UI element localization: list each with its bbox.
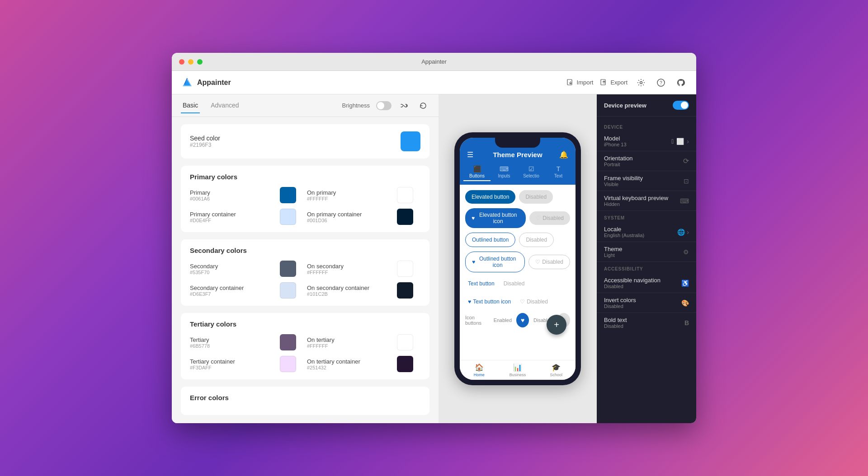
primary-container-swatch[interactable] bbox=[280, 209, 296, 225]
on-tertiary-hex: #FFFFFF bbox=[307, 343, 397, 349]
import-button[interactable]: Import bbox=[567, 79, 594, 86]
invert-colors-row[interactable]: Invert colors Disabled 🎨 bbox=[597, 293, 696, 313]
locale-row[interactable]: Locale English (Australia) 🌐 › bbox=[597, 222, 696, 242]
invert-colors-value: Disabled bbox=[604, 303, 681, 309]
seed-color-swatch[interactable] bbox=[401, 131, 420, 151]
secondary-color-info: Secondary #535F70 bbox=[190, 263, 280, 275]
on-secondary-container-swatch[interactable] bbox=[397, 282, 413, 299]
error-colors-section: Error colors bbox=[181, 387, 429, 415]
accessible-nav-row[interactable]: Accessible navigation Disabled ♿ bbox=[597, 273, 696, 293]
outlined-button-icon[interactable]: ♥ Outlined button icon bbox=[465, 252, 525, 272]
outlined-button-disabled: Disabled bbox=[519, 233, 554, 247]
right-panel: Device preview DEVICE Model iPhone 13  … bbox=[597, 94, 696, 423]
phone-mockup: ☰ Theme Preview 🔔 ⬛ Buttons ⌨ Inputs bbox=[454, 132, 581, 385]
bold-text-row[interactable]: Bold text Disabled B bbox=[597, 313, 696, 332]
svg-point-5 bbox=[640, 81, 642, 84]
tertiary-color-row: Tertiary #6B5778 On tertiary #FFFFFF bbox=[190, 334, 420, 350]
app-header: Appainter Import Export bbox=[172, 71, 696, 94]
seed-color-card: Seed color #2196F3 bbox=[181, 124, 429, 159]
phone-title: Theme Preview bbox=[493, 151, 542, 159]
chevron-right-icon: › bbox=[687, 138, 689, 145]
on-secondary-name: On secondary bbox=[307, 263, 397, 270]
maximize-button[interactable] bbox=[197, 59, 203, 65]
device-preview-toggle[interactable] bbox=[673, 101, 689, 110]
tertiary-colors-section: Tertiary colors Tertiary #6B5778 On tert… bbox=[181, 313, 429, 379]
tertiary-container-swatch[interactable] bbox=[280, 356, 296, 372]
tertiary-swatch[interactable] bbox=[280, 334, 296, 350]
on-secondary-swatch[interactable] bbox=[397, 261, 413, 277]
minimize-button[interactable] bbox=[188, 59, 193, 65]
brightness-toggle[interactable] bbox=[376, 101, 392, 110]
phone-tab-text[interactable]: T Text bbox=[545, 163, 572, 181]
tab-advanced[interactable]: Advanced bbox=[209, 98, 241, 113]
traffic-lights bbox=[179, 59, 203, 65]
phone-menu-icon: ☰ bbox=[467, 150, 473, 159]
text-tab-icon: T bbox=[557, 165, 561, 173]
secondary-color-name: Secondary bbox=[190, 263, 280, 270]
outlined-button-icon-row: ♥ Outlined button icon ♡ Disabled bbox=[465, 252, 570, 272]
phone-tab-inputs[interactable]: ⌨ Inputs bbox=[491, 163, 518, 181]
github-button[interactable] bbox=[675, 76, 687, 89]
school-nav-icon: 🎓 bbox=[552, 363, 561, 372]
phone-tab-buttons[interactable]: ⬛ Buttons bbox=[463, 163, 491, 181]
bold-text-value: Disabled bbox=[604, 323, 684, 329]
on-primary-container-hex: #001D36 bbox=[307, 218, 397, 223]
export-icon bbox=[600, 79, 608, 86]
brightness-label: Brightness bbox=[342, 102, 370, 109]
elevated-button[interactable]: Elevated button bbox=[465, 190, 515, 204]
secondary-container-swatch[interactable] bbox=[280, 282, 296, 299]
phone-nav-school[interactable]: 🎓 School bbox=[537, 363, 576, 377]
phone-nav-home[interactable]: 🏠 Home bbox=[460, 363, 498, 377]
outlined-button[interactable]: Outlined button bbox=[465, 233, 515, 247]
model-label: Model bbox=[604, 135, 671, 142]
phone-nav-business[interactable]: 📊 Business bbox=[498, 363, 537, 377]
text-button-icon[interactable]: ♥ Text button icon bbox=[465, 295, 514, 308]
help-button[interactable]: ? bbox=[655, 76, 667, 89]
on-primary-container-info: On primary container #001D36 bbox=[307, 211, 397, 223]
theme-row[interactable]: Theme Light ⚙ bbox=[597, 242, 696, 262]
close-button[interactable] bbox=[179, 59, 184, 65]
system-section-label: SYSTEM bbox=[597, 211, 696, 222]
icon-button-enabled[interactable]: ♥ bbox=[516, 313, 529, 327]
reset-button[interactable] bbox=[417, 99, 429, 112]
shuffle-button[interactable] bbox=[398, 99, 410, 112]
theme-info: Theme Light bbox=[604, 246, 683, 258]
tablet-icon: ⬜ bbox=[676, 138, 684, 145]
secondary-colors-section: Secondary colors Secondary #535F70 On se… bbox=[181, 239, 429, 306]
shuffle-icon bbox=[400, 102, 408, 110]
elevated-button-icon[interactable]: ♥ Elevated button icon bbox=[465, 208, 526, 228]
on-tertiary-swatch[interactable] bbox=[397, 334, 413, 350]
text-button-disabled: Disabled bbox=[501, 277, 528, 290]
orientation-row[interactable]: Orientation Portrait ⟳ bbox=[597, 151, 696, 171]
heart-icon-disabled: ♡ bbox=[536, 215, 541, 221]
primary-color-row: Primary #0061A6 On primary #FFFFFF bbox=[190, 187, 420, 203]
buttons-tab-icon: ⬛ bbox=[473, 165, 481, 173]
device-preview-title: Device preview bbox=[604, 102, 646, 109]
locale-chevron-icon: › bbox=[687, 229, 689, 236]
main-content: Basic Advanced Brightness bbox=[172, 94, 696, 423]
secondary-swatch[interactable] bbox=[280, 261, 296, 277]
globe-icon: 🌐 bbox=[677, 229, 685, 236]
on-primary-swatch[interactable] bbox=[397, 187, 413, 203]
frame-visibility-row[interactable]: Frame visibility Visible ⊡ bbox=[597, 171, 696, 191]
primary-swatch[interactable] bbox=[280, 187, 296, 203]
model-row[interactable]: Model iPhone 13  ⬜ › bbox=[597, 131, 696, 151]
app-name: Appainter bbox=[197, 79, 231, 87]
orientation-label: Orientation bbox=[604, 155, 683, 162]
virtual-keyboard-row[interactable]: Virtual keyboard preview Hidden ⌨ bbox=[597, 191, 696, 211]
accessibility-section-label: ACCESSIBILITY bbox=[597, 262, 696, 273]
invert-icon: 🎨 bbox=[681, 299, 689, 307]
settings-button[interactable] bbox=[635, 76, 647, 89]
seed-color-hex: #2196F3 bbox=[190, 142, 401, 148]
phone-fab[interactable]: + bbox=[547, 315, 566, 335]
tab-basic[interactable]: Basic bbox=[181, 98, 200, 113]
on-tertiary-container-swatch[interactable] bbox=[397, 356, 413, 372]
orientation-info: Orientation Portrait bbox=[604, 155, 683, 167]
export-button[interactable]: Export bbox=[600, 79, 627, 86]
on-tertiary-container-hex: #251432 bbox=[307, 365, 397, 370]
phone-tab-selection[interactable]: ☑ Selectio bbox=[518, 163, 545, 181]
text-button[interactable]: Text button bbox=[465, 277, 497, 290]
on-primary-container-swatch[interactable] bbox=[397, 209, 413, 225]
svg-rect-3 bbox=[601, 79, 605, 85]
frame-visibility-label: Frame visibility bbox=[604, 175, 684, 182]
